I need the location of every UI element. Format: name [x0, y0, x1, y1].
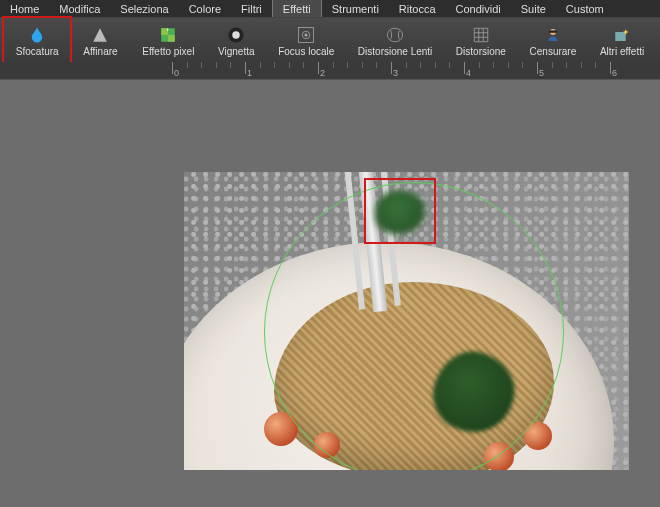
ruler-tick-minor	[260, 62, 261, 80]
sparkle-icon	[612, 25, 632, 45]
pixel-icon	[158, 25, 178, 45]
ruler-tick-minor	[376, 62, 377, 80]
focus-icon	[296, 25, 316, 45]
ruler-label: 4	[466, 68, 471, 78]
ruler-tick-minor	[406, 62, 407, 80]
tool-effetto-pixel[interactable]: Effetto pixel	[130, 18, 206, 62]
tool-focus-locale[interactable]: Focus locale	[266, 18, 346, 62]
ruler-tick-minor	[479, 62, 480, 80]
ruler-tick-minor	[362, 62, 363, 80]
editing-image[interactable]	[184, 172, 629, 470]
ruler-tick-minor	[435, 62, 436, 80]
menu-item-seleziona[interactable]: Seleziona	[110, 0, 178, 17]
tool-label: Focus locale	[278, 46, 334, 57]
tool-label: Vignetta	[218, 46, 255, 57]
ruler-tick-minor	[581, 62, 582, 80]
tool-affinare[interactable]: Affinare	[70, 18, 130, 62]
menu-item-suite[interactable]: Suite	[511, 0, 556, 17]
canvas-area[interactable]	[0, 80, 660, 507]
triangle-icon	[90, 25, 110, 45]
ruler-label: 6	[612, 68, 617, 78]
ruler-tick-minor	[230, 62, 231, 80]
ruler-label: 2	[320, 68, 325, 78]
svg-point-5	[305, 33, 308, 36]
lens-icon	[385, 25, 405, 45]
ruler-tick-minor	[493, 62, 494, 80]
svg-point-2	[233, 31, 241, 39]
ruler-tick-minor	[333, 62, 334, 80]
ruler-tick: 1	[245, 62, 246, 80]
ruler-tick-minor	[508, 62, 509, 80]
tool-distorsione-lenti[interactable]: Distorsione Lenti	[346, 18, 444, 62]
ruler-tick-minor	[187, 62, 188, 80]
ruler-tick-minor	[449, 62, 450, 80]
ruler-tick: 0	[172, 62, 173, 80]
menu-item-modifica[interactable]: Modifica	[49, 0, 110, 17]
tool-label: Effetto pixel	[142, 46, 194, 57]
ruler-tick-minor	[552, 62, 553, 80]
ruler-tick-minor	[347, 62, 348, 80]
tool-censurare[interactable]: Censurare	[518, 18, 588, 62]
tool-sfocatura[interactable]: Sfocatura	[4, 18, 70, 62]
ruler-tick-minor	[216, 62, 217, 80]
menu-item-home[interactable]: Home	[0, 0, 49, 17]
ruler-label: 5	[539, 68, 544, 78]
censor-icon	[543, 25, 563, 45]
tool-vignetta[interactable]: Vignetta	[206, 18, 266, 62]
tool-label: Sfocatura	[16, 46, 59, 57]
ruler-tick: 2	[318, 62, 319, 80]
ruler-tick-minor	[201, 62, 202, 80]
menu-item-strumenti[interactable]: Strumenti	[322, 0, 389, 17]
ruler-label: 3	[393, 68, 398, 78]
effects-toolbar: Sfocatura Affinare Effetto pixel Vignett…	[0, 18, 660, 62]
ruler-tick-minor	[522, 62, 523, 80]
menu-item-colore[interactable]: Colore	[179, 0, 231, 17]
ruler-tick: 5	[537, 62, 538, 80]
ruler-label: 0	[174, 68, 179, 78]
svg-rect-7	[549, 30, 557, 32]
menu-item-condividi[interactable]: Condividi	[446, 0, 511, 17]
menu-item-filtri[interactable]: Filtri	[231, 0, 272, 17]
menu-item-custom[interactable]: Custom	[556, 0, 614, 17]
drop-icon	[27, 25, 47, 45]
grid-icon	[471, 25, 491, 45]
tool-label: Affinare	[83, 46, 117, 57]
tool-altri-effetti[interactable]: Altri effetti	[588, 18, 656, 62]
ruler-tick-minor	[289, 62, 290, 80]
ruler-tick-minor	[274, 62, 275, 80]
menu-item-effetti[interactable]: Effetti	[272, 0, 322, 17]
vignette-icon	[226, 25, 246, 45]
tool-label: Distorsione Lenti	[358, 46, 432, 57]
ruler-tick: 3	[391, 62, 392, 80]
tool-distorsione[interactable]: Distorsione	[444, 18, 518, 62]
highlight-box	[364, 178, 436, 244]
horizontal-ruler: 0123456	[0, 62, 660, 80]
ruler-tick: 6	[610, 62, 611, 80]
ruler-tick-minor	[566, 62, 567, 80]
tool-label: Censurare	[530, 46, 577, 57]
ruler-tick-minor	[595, 62, 596, 80]
tool-label: Altri effetti	[600, 46, 644, 57]
ruler-tick: 4	[464, 62, 465, 80]
ruler-tick-minor	[303, 62, 304, 80]
menu-item-ritocca[interactable]: Ritocca	[389, 0, 446, 17]
ruler-tick-minor	[420, 62, 421, 80]
ruler-label: 1	[247, 68, 252, 78]
tool-label: Distorsione	[456, 46, 506, 57]
menu-bar: Home Modifica Seleziona Colore Filtri Ef…	[0, 0, 660, 18]
svg-rect-8	[615, 32, 626, 41]
